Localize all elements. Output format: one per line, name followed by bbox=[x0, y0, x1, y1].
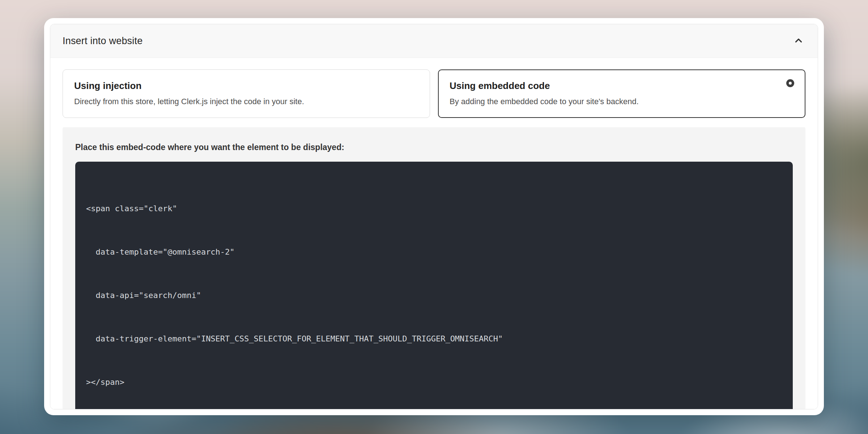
collapse-button[interactable] bbox=[792, 34, 805, 48]
embed-code-section: Place this embed-code where you want the… bbox=[63, 127, 805, 409]
option-using-embedded-code[interactable]: Using embedded code By adding the embedd… bbox=[438, 69, 805, 118]
modal-header: Insert into website bbox=[50, 24, 818, 58]
option-description: By adding the embedded code to your site… bbox=[450, 97, 794, 107]
option-title: Using embedded code bbox=[450, 80, 794, 92]
insert-into-website-modal: Insert into website Using injection Dire… bbox=[44, 18, 824, 415]
embed-instruction-label: Place this embed-code where you want the… bbox=[75, 142, 793, 152]
embed-code-block: <span class="clerk" data-template="@omni… bbox=[75, 162, 793, 409]
option-description: Directly from this store, letting Clerk.… bbox=[74, 97, 418, 107]
modal-body: Using injection Directly from this store… bbox=[50, 58, 818, 409]
modal-title: Insert into website bbox=[63, 35, 142, 47]
option-title: Using injection bbox=[74, 80, 418, 92]
radio-selected-icon bbox=[786, 79, 794, 87]
page: Insert into website Using injection Dire… bbox=[0, 0, 868, 434]
code-line: ></span> bbox=[86, 375, 782, 390]
code-line: <span class="clerk" bbox=[86, 201, 782, 216]
code-line: data-template="@omnisearch-2" bbox=[86, 245, 782, 259]
modal-panel: Insert into website Using injection Dire… bbox=[50, 24, 818, 409]
option-using-injection[interactable]: Using injection Directly from this store… bbox=[63, 69, 430, 118]
code-line: data-trigger-element="INSERT_CSS_SELECTO… bbox=[86, 332, 782, 346]
code-line: data-api="search/omni" bbox=[86, 288, 782, 303]
insertion-method-options: Using injection Directly from this store… bbox=[63, 69, 805, 118]
chevron-up-icon bbox=[793, 35, 804, 47]
